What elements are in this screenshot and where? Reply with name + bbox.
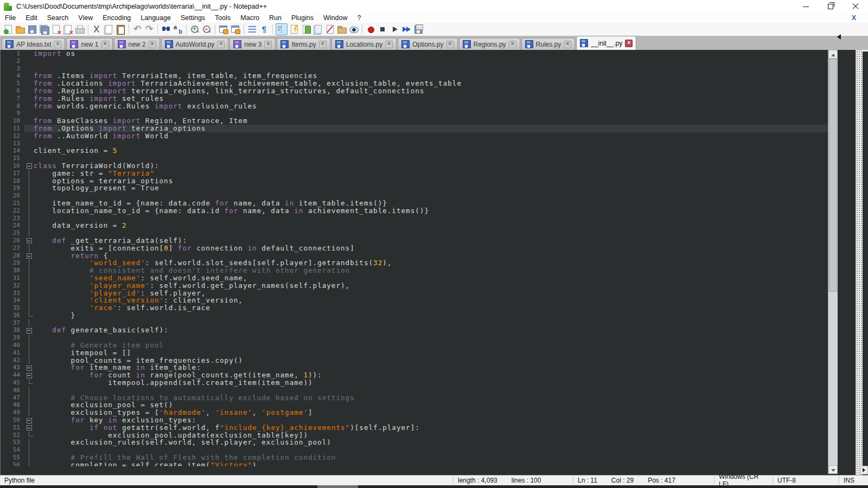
close-icon[interactable] <box>50 24 61 35</box>
tab-ap-ideas-txt[interactable]: AP Ideas.txt× <box>2 38 65 50</box>
fold-collapse-icon[interactable] <box>24 162 34 170</box>
macro-stop-icon[interactable] <box>377 24 388 35</box>
macro-play-icon[interactable] <box>389 24 400 35</box>
tab-items-py[interactable]: Items.py× <box>277 38 330 50</box>
editor[interactable]: 1import os234from .Items import Terraria… <box>0 50 868 475</box>
copy-icon[interactable] <box>103 24 114 35</box>
menu-plugins[interactable]: Plugins <box>286 14 318 22</box>
sync-scroll-vertical-icon[interactable] <box>218 24 229 35</box>
fold-margin <box>24 50 34 57</box>
indent-guide-icon[interactable] <box>276 23 288 35</box>
code-text: client_version = 5 <box>34 147 828 155</box>
new-file-icon[interactable] <box>3 24 14 35</box>
tab-options-py[interactable]: Options.py× <box>398 38 457 50</box>
tab-close-icon[interactable]: × <box>385 41 393 48</box>
menu-?[interactable]: ? <box>352 14 366 22</box>
menu-run[interactable]: Run <box>264 14 286 22</box>
print-icon[interactable] <box>74 24 85 35</box>
restore-button[interactable] <box>818 0 843 13</box>
tab-new-1[interactable]: new 1× <box>66 38 112 50</box>
folder-as-workspace-icon[interactable] <box>336 24 347 35</box>
menu-close-icon[interactable]: X <box>852 14 856 22</box>
menu-file[interactable]: File <box>0 14 21 22</box>
fold-collapse-icon[interactable] <box>24 364 34 371</box>
tab-close-icon[interactable]: × <box>264 41 272 48</box>
menu-search[interactable]: Search <box>42 14 74 22</box>
function-list-icon[interactable] <box>289 24 299 35</box>
menu-tools[interactable]: Tools <box>210 14 235 22</box>
code-text: from worlds.generic.Rules import exclusi… <box>34 102 828 110</box>
line-number: 1 <box>1 50 24 57</box>
word-wrap-icon[interactable] <box>247 24 258 35</box>
tab-autoworld-py[interactable]: AutoWorld.py× <box>161 38 229 50</box>
zoom-in-icon[interactable]: + <box>189 24 200 35</box>
tab-label: Items.py <box>291 41 316 48</box>
edit-marker-icon[interactable] <box>324 24 335 35</box>
fold-margin <box>24 267 34 274</box>
paste-icon[interactable] <box>115 24 126 35</box>
scroll-down-arrow[interactable] <box>828 465 838 474</box>
status-insert-mode[interactable]: INS <box>839 476 868 485</box>
tab--init-py[interactable]: __init__.py× <box>576 36 636 50</box>
save-all-icon[interactable] <box>39 24 49 35</box>
fold-collapse-icon[interactable] <box>24 252 34 260</box>
menu-encoding[interactable]: Encoding <box>98 14 136 22</box>
menu-window[interactable]: Window <box>318 14 352 22</box>
macro-save-icon[interactable] <box>413 24 424 35</box>
save-icon[interactable] <box>27 24 37 35</box>
tab-new-2[interactable]: new 2× <box>114 38 160 50</box>
fold-collapse-icon[interactable] <box>24 371 34 379</box>
document-map-icon[interactable] <box>301 24 311 35</box>
menu-macro[interactable]: Macro <box>235 14 264 22</box>
scrollbar-thumb[interactable] <box>829 59 837 292</box>
macro-run-multiple-icon[interactable] <box>401 24 412 35</box>
tab-regions-py[interactable]: Regions.py× <box>459 38 520 50</box>
pane-splitter[interactable] <box>856 50 863 475</box>
fold-collapse-icon[interactable] <box>24 424 34 432</box>
vertical-scrollbar[interactable] <box>828 50 838 474</box>
find-icon[interactable] <box>161 24 171 35</box>
scroll-right-arrow[interactable] <box>860 466 868 474</box>
close-all-icon[interactable] <box>62 24 73 35</box>
tab-close-icon[interactable]: × <box>319 41 327 48</box>
macro-record-icon[interactable] <box>365 24 376 35</box>
tab-close-icon[interactable]: × <box>101 41 109 48</box>
menu-edit[interactable]: Edit <box>21 14 42 22</box>
sync-scroll-horizontal-icon[interactable] <box>230 24 241 35</box>
status-eol-format[interactable]: Windows (CR LF) <box>714 476 773 485</box>
undo-icon[interactable]: ↶ <box>132 24 143 35</box>
tab-locations-py[interactable]: Locations.py× <box>331 38 397 50</box>
code-area[interactable]: 1import os234from .Items import Terraria… <box>1 50 828 466</box>
status-encoding[interactable]: UTF-8 <box>773 476 839 485</box>
menu-language[interactable]: Language <box>136 14 176 22</box>
document-list-icon[interactable] <box>312 24 323 35</box>
open-file-icon[interactable] <box>15 24 25 35</box>
fold-collapse-icon[interactable] <box>24 237 34 245</box>
fold-collapse-icon[interactable] <box>24 416 34 424</box>
tab-new-3[interactable]: new 3× <box>229 38 276 50</box>
tab-close-icon[interactable]: × <box>54 41 61 48</box>
show-all-characters-icon[interactable]: ¶ <box>259 24 270 35</box>
tab-close-icon[interactable]: × <box>149 41 156 48</box>
monitoring-icon[interactable] <box>348 24 359 35</box>
toolbar-separator <box>186 24 187 34</box>
tab-rules-py[interactable]: Rules.py× <box>521 38 576 50</box>
scroll-up-arrow[interactable] <box>828 50 838 59</box>
line-number: 10 <box>1 117 24 125</box>
minimize-button[interactable] <box>793 0 818 13</box>
tab-scroll-left-icon[interactable] <box>837 34 841 40</box>
zoom-out-icon[interactable]: - <box>201 24 212 35</box>
tab-close-icon[interactable]: × <box>217 41 225 48</box>
tab-close-icon[interactable]: × <box>625 40 633 47</box>
tab-close-icon[interactable]: × <box>446 41 454 48</box>
menu-view[interactable]: View <box>73 14 98 22</box>
menu-settings[interactable]: Settings <box>176 14 210 22</box>
redo-icon[interactable]: ↷ <box>144 24 155 35</box>
replace-icon[interactable]: ab <box>173 24 183 35</box>
tab-close-icon[interactable]: × <box>509 41 516 48</box>
cut-icon[interactable] <box>91 24 102 35</box>
fold-collapse-icon[interactable] <box>24 326 34 334</box>
close-button[interactable] <box>843 0 868 13</box>
tab-close-icon[interactable]: × <box>564 41 571 48</box>
second-view-tab[interactable] <box>863 50 868 52</box>
